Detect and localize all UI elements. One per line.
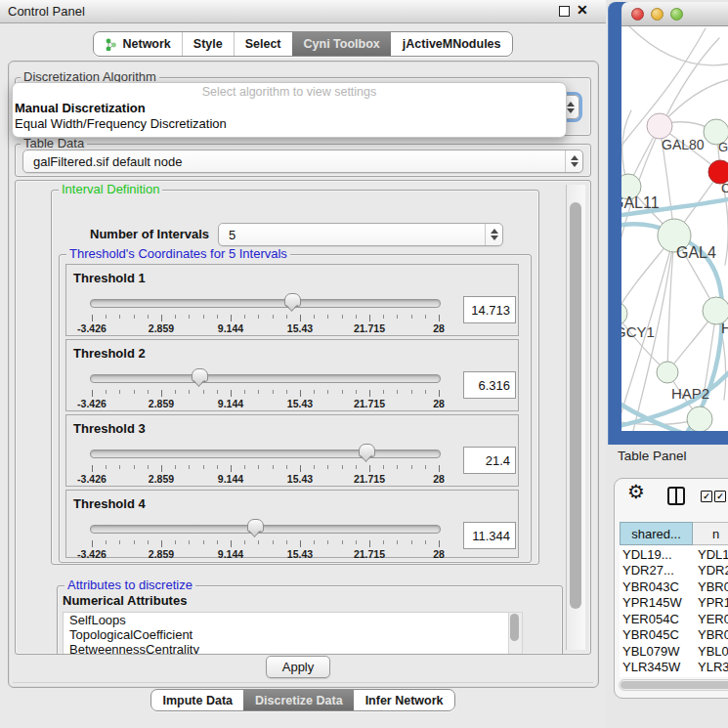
- tab-label: jActiveMNodules: [403, 37, 501, 51]
- tick-label: 28: [433, 322, 445, 334]
- tick-mark: [203, 465, 204, 469]
- traffic-light-zoom-icon[interactable]: [670, 8, 683, 21]
- list-scrollbar-thumb[interactable]: [510, 614, 519, 641]
- tick-mark: [286, 465, 287, 469]
- traffic-light-close-icon[interactable]: [631, 8, 644, 21]
- horizontal-scrollbar-thumb[interactable]: [621, 681, 728, 689]
- tick-mark: [148, 390, 149, 394]
- close-icon[interactable]: ✕: [577, 2, 588, 18]
- gal80-node[interactable]: [647, 113, 672, 139]
- tick-mark: [106, 315, 107, 319]
- tab-impute-data[interactable]: Impute Data: [151, 690, 243, 710]
- numerical-attributes-list[interactable]: SelfLoopsTopologicalCoefficientBetweenne…: [63, 612, 510, 655]
- tab-network[interactable]: Network: [94, 32, 181, 56]
- threshold-slider-thumb[interactable]: [247, 519, 264, 533]
- tick-mark: [106, 390, 107, 394]
- threshold-slider-thumb[interactable]: [192, 368, 208, 382]
- table-data-value: galFiltered.sif default node: [23, 154, 565, 169]
- number-of-intervals-value: 5: [219, 228, 485, 242]
- cell-name: YBR0: [693, 579, 728, 594]
- checkbox-icon[interactable]: ✓: [701, 491, 712, 502]
- table-row[interactable]: YLR345WYLR3: [620, 660, 728, 676]
- table-row[interactable]: YIL052CYIL0: [620, 675, 728, 677]
- gear-icon[interactable]: ⚙: [627, 480, 645, 503]
- cell-shared-name: YLR345W: [620, 660, 693, 674]
- traffic-light-minimize-icon[interactable]: [651, 8, 664, 21]
- split-view-icon[interactable]: [667, 487, 685, 505]
- threshold-slider-track[interactable]: [90, 374, 441, 383]
- table-row[interactable]: YBR043CYBR0: [620, 578, 728, 595]
- node-label-hap2: HAP2: [671, 385, 709, 402]
- main-scrollbar-thumb[interactable]: [570, 202, 581, 609]
- tick-label: 2.859: [149, 322, 174, 334]
- number-of-intervals-combobox[interactable]: 5: [218, 223, 503, 246]
- network-window-titlebar[interactable]: [621, 2, 728, 26]
- cell-name: YER0: [693, 612, 728, 626]
- tick-mark: [189, 390, 190, 394]
- list-scrollbar[interactable]: [508, 612, 523, 655]
- network-view-canvas[interactable]: GAL80G.CGAL11GAL4GCY1HHAP2: [621, 26, 728, 431]
- tick-mark: [300, 390, 301, 397]
- checkbox-icon[interactable]: ✓: [714, 491, 726, 502]
- horizontal-scrollbar[interactable]: [619, 679, 728, 691]
- tick-mark: [92, 390, 93, 397]
- table-header-name[interactable]: n: [693, 522, 728, 545]
- tick-mark: [411, 315, 412, 319]
- tick-label: 21.715: [354, 548, 385, 560]
- table-row[interactable]: YPR145WYPR1: [620, 595, 728, 612]
- tick-mark: [327, 540, 328, 544]
- network-edge[interactable]: [629, 26, 728, 65]
- main-scrollbar[interactable]: [566, 185, 585, 650]
- table-row[interactable]: YBL079WYBL0: [620, 643, 728, 660]
- tick-mark: [148, 465, 149, 469]
- tick-mark: [314, 315, 315, 319]
- tick-mark: [369, 540, 370, 547]
- table-row[interactable]: YER054CYER0: [620, 611, 728, 627]
- tab-select[interactable]: Select: [234, 32, 292, 56]
- float-window-icon[interactable]: [559, 6, 570, 17]
- threshold-value-field[interactable]: 11.344: [463, 522, 516, 549]
- list-item[interactable]: BetweennessCentrality: [64, 642, 509, 655]
- cell-shared-name: YDL19...: [620, 547, 693, 562]
- tick-mark: [244, 465, 245, 469]
- threshold-slider-track[interactable]: [90, 299, 441, 308]
- combobox-stepper-icon[interactable]: [485, 224, 502, 245]
- threshold-slider-track[interactable]: [90, 525, 441, 534]
- gcy1-node[interactable]: [621, 302, 627, 325]
- table-row[interactable]: YDR27...YDR2: [620, 563, 728, 579]
- tick-mark: [217, 540, 218, 544]
- threshold-value-field[interactable]: 14.713: [463, 296, 516, 323]
- tab-infer-network[interactable]: Infer Network: [354, 690, 454, 710]
- tick-mark: [217, 390, 218, 394]
- cell-name: YIL0: [693, 676, 724, 677]
- tick-label: 28: [433, 398, 445, 409]
- tab-label: Infer Network: [365, 694, 444, 707]
- table-row[interactable]: YDL19...YDL1: [620, 546, 728, 563]
- threshold-slider-thumb[interactable]: [284, 293, 301, 307]
- threshold-slider-thumb[interactable]: [359, 444, 375, 457]
- table-data-combobox[interactable]: galFiltered.sif default node: [22, 150, 583, 173]
- panel-title: Control Panel: [8, 4, 85, 19]
- bottom-node[interactable]: [687, 407, 712, 431]
- tick-mark: [244, 390, 245, 394]
- algorithm-option[interactable]: Equal Width/Frequency Discretization: [13, 116, 566, 132]
- tab-cyni-toolbox[interactable]: Cyni Toolbox: [292, 32, 391, 56]
- list-item[interactable]: TopologicalCoefficient: [64, 627, 509, 642]
- tab-style[interactable]: Style: [182, 32, 234, 56]
- table-row[interactable]: YBR045CYBR0: [620, 627, 728, 644]
- tab-jactivemnodules[interactable]: jActiveMNodules: [391, 32, 512, 56]
- list-item[interactable]: SelfLoops: [64, 613, 509, 627]
- settings-scroll-area: Interval Definition Number of Intervals …: [15, 180, 591, 655]
- threshold-label: Threshold 4: [73, 496, 146, 511]
- numerical-attributes-label: Numerical Attributes: [63, 593, 187, 608]
- tab-discretize-data[interactable]: Discretize Data: [243, 690, 354, 710]
- table-header-shared-name[interactable]: shared...: [620, 522, 693, 545]
- algorithm-option[interactable]: Manual Discretization: [13, 101, 566, 116]
- threshold-value-field[interactable]: 6.316: [463, 371, 516, 399]
- combobox-stepper-icon[interactable]: [565, 150, 582, 172]
- apply-button[interactable]: Apply: [266, 656, 330, 678]
- threshold-slider-track[interactable]: [90, 450, 441, 458]
- threshold-value-field[interactable]: 21.4: [463, 447, 516, 474]
- tick-mark: [273, 315, 274, 319]
- hap2-node[interactable]: [657, 362, 678, 383]
